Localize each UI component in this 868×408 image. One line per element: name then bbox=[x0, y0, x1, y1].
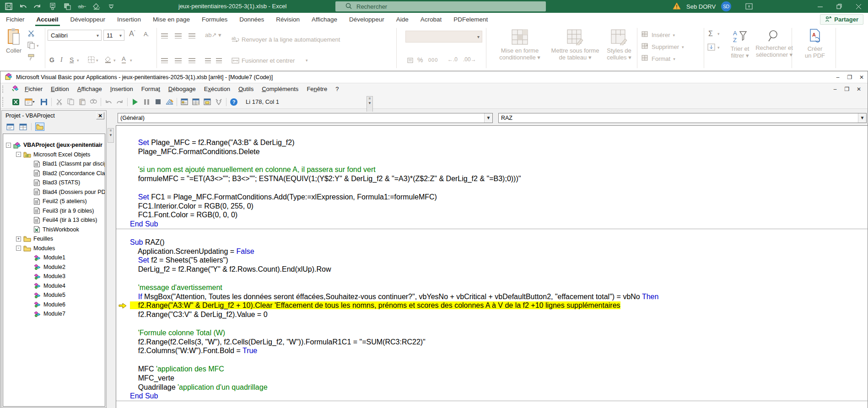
font-color-icon[interactable]: A bbox=[122, 55, 126, 64]
tree-item-blad4-dossiers-pour-pdf[interactable]: Blad4 (Dossiers pour PDF bbox=[3, 188, 105, 197]
tab-affichage[interactable]: Affichage bbox=[306, 13, 343, 26]
tree-item-module1[interactable]: Module1 bbox=[3, 253, 105, 263]
run-icon[interactable] bbox=[131, 98, 139, 106]
project-explorer-icon[interactable] bbox=[180, 98, 189, 106]
insert-button[interactable]: Insérer ▾ bbox=[642, 31, 675, 39]
vba-menu-fichier[interactable]: Fichier bbox=[21, 83, 47, 95]
tree-item-module4[interactable]: Module4 bbox=[3, 281, 105, 291]
code-line[interactable]: DerLig_f2 = f2.Range("Y" & f2.Rows.Count… bbox=[116, 265, 868, 274]
italic-button[interactable]: I bbox=[60, 56, 63, 64]
procedure-dropdown[interactable]: RAZ ▼ bbox=[498, 113, 867, 123]
chevron-down-icon[interactable]: ▼ bbox=[484, 113, 492, 123]
chevron-down-icon[interactable]: ▼ bbox=[858, 113, 866, 123]
borders-icon[interactable] bbox=[88, 56, 95, 65]
tree-item-feuil2-5-ateliers[interactable]: Feuil2 (5 ateliers) bbox=[3, 197, 105, 206]
autosum-icon[interactable]: Σ bbox=[708, 30, 713, 38]
minimize-button[interactable] bbox=[810, 0, 830, 13]
vba-menu-outils[interactable]: Outils bbox=[234, 83, 258, 95]
tree-item-module5[interactable]: Module5 bbox=[3, 290, 105, 300]
tree-item-feuilles[interactable]: +Feuilles bbox=[3, 234, 105, 244]
view-excel-icon[interactable] bbox=[11, 98, 20, 106]
vba-title-bar[interactable]: Microsoft Visual Basic pour Applications… bbox=[0, 71, 868, 83]
code-line[interactable]: formuleMFC = "=ET(A3<>""; B3<>""; ESTNA(… bbox=[116, 174, 868, 183]
design-mode-icon[interactable] bbox=[165, 98, 173, 106]
tab-aide[interactable]: Aide bbox=[390, 13, 415, 26]
tree-item-thisworkbook[interactable]: ThisWorkbook bbox=[3, 225, 105, 235]
print-preview-icon[interactable] bbox=[49, 2, 57, 11]
procedure-separator[interactable] bbox=[116, 229, 868, 238]
account-area[interactable]: Seb DORV SD bbox=[673, 0, 753, 13]
fill-down-icon[interactable] bbox=[707, 43, 715, 53]
code-line[interactable]: MFC_verte bbox=[116, 374, 868, 383]
tab-formules[interactable]: Formules bbox=[196, 13, 233, 26]
increase-decimal-icon[interactable]: ←.0 bbox=[447, 56, 458, 63]
procedure-separator[interactable] bbox=[116, 401, 868, 408]
cell-styles-button[interactable]: Styles de cellules ▾ bbox=[603, 29, 635, 61]
project-panel-header[interactable]: Projet - VBAProject ✕ bbox=[2, 111, 106, 121]
code-line[interactable]: 'Formule colonne Total (W) bbox=[116, 328, 868, 338]
code-line[interactable]: 'si un nom est ajouté manuellement en co… bbox=[116, 165, 868, 174]
tab-données[interactable]: Données bbox=[233, 13, 270, 26]
number-format-combo[interactable]: ▾ bbox=[405, 31, 482, 43]
autosum-dropdown-icon[interactable]: ▾ bbox=[717, 32, 720, 36]
scrollbar-fragment[interactable]: ≡▼ bbox=[108, 128, 114, 143]
find-select-button[interactable]: Rechercher et sélectionner ▾ bbox=[754, 29, 794, 58]
code-line[interactable]: FC1.Interior.Color = RGB(0, 255, 0) bbox=[116, 202, 868, 211]
tree-item-module3[interactable]: Module3 bbox=[3, 272, 105, 281]
close-button[interactable] bbox=[849, 0, 868, 13]
vba-menu-?[interactable]: ? bbox=[331, 83, 343, 95]
search-box[interactable]: Rechercher bbox=[335, 1, 546, 11]
tab-accueil[interactable]: Accueil bbox=[31, 13, 65, 26]
module-minimize-button[interactable]: – bbox=[829, 86, 841, 92]
code-line[interactable]: Plage_MFC.FormatConditions.Delete bbox=[116, 147, 868, 156]
merge-center-label[interactable]: Fusionner et centrer bbox=[242, 57, 295, 64]
tab-pdfelement[interactable]: PDFelement bbox=[447, 13, 494, 26]
collapse-icon[interactable]: - bbox=[6, 143, 11, 148]
format-button[interactable]: Format ▾ bbox=[642, 54, 675, 63]
align-right-icon[interactable] bbox=[189, 58, 195, 63]
code-line[interactable]: Set Plage_MFC = f2.Range("A3:B" & DerLig… bbox=[116, 138, 868, 147]
module-close-button[interactable]: ✕ bbox=[853, 86, 865, 92]
tab-insertion[interactable]: Insertion bbox=[111, 13, 147, 26]
collapse-icon[interactable]: - bbox=[16, 246, 21, 251]
copy-dropdown-icon[interactable]: ▾ bbox=[37, 43, 39, 48]
vba-menu-excution[interactable]: Exécution bbox=[200, 83, 234, 95]
menu-drag-handle[interactable] bbox=[2, 86, 4, 93]
vba-menu-format[interactable]: Format bbox=[137, 83, 164, 95]
toggle-folders-icon[interactable] bbox=[35, 123, 44, 131]
create-pdf-button[interactable]: A Créer un PDF bbox=[800, 29, 830, 59]
tab-développeur[interactable]: Développeur bbox=[65, 13, 112, 26]
fill-color-icon[interactable] bbox=[104, 56, 112, 65]
help-icon[interactable]: ? bbox=[230, 98, 238, 106]
ribbon-display-options-icon[interactable] bbox=[745, 2, 753, 11]
tree-item-feuil4-tir-13-cibles[interactable]: Feuil4 (tir à 13 cibles) bbox=[3, 215, 105, 225]
copy-cells-icon[interactable] bbox=[63, 2, 71, 11]
tree-item-module2[interactable]: Module2 bbox=[3, 263, 105, 272]
scrollbar-fragment[interactable]: ≡▼ bbox=[367, 96, 373, 113]
vba-menu-insertion[interactable]: Insertion bbox=[106, 83, 137, 95]
tab-acrobat[interactable]: Acrobat bbox=[415, 13, 448, 26]
conditional-formatting-button[interactable]: Mise en forme conditionnelle ▾ bbox=[492, 29, 547, 61]
code-line[interactable] bbox=[116, 183, 868, 193]
tree-item-module7[interactable]: Module7 bbox=[3, 309, 105, 319]
code-line[interactable] bbox=[116, 355, 868, 365]
tree-item-vbaproject-jeux-penitentiair[interactable]: -VBAProject (jeux-penitentiair bbox=[3, 140, 105, 150]
cut-icon[interactable] bbox=[55, 98, 63, 106]
font-color-dropdown-icon[interactable]: ▾ bbox=[130, 58, 132, 63]
pause-icon[interactable] bbox=[142, 98, 151, 106]
code-line[interactable]: Set f2 = Sheets("5 ateliers") bbox=[116, 256, 868, 265]
format-as-table-button[interactable]: Mettre sous forme de tableau ▾ bbox=[547, 29, 603, 61]
vba-close-button[interactable]: ✕ bbox=[856, 74, 868, 81]
toolbox-icon[interactable] bbox=[215, 98, 223, 106]
view-object-icon[interactable] bbox=[18, 123, 27, 131]
tree-item-blad2-concordance-clas[interactable]: Blad2 (Concordance Clas bbox=[3, 169, 105, 178]
font-name-combo[interactable]: Calibri▾ bbox=[48, 30, 102, 41]
decrease-decimal-icon[interactable]: .00→ bbox=[463, 56, 476, 63]
merge-dropdown-icon[interactable]: ▾ bbox=[306, 58, 308, 63]
tree-item-blad1-classmt-par-discip[interactable]: Blad1 (Classmt par discip bbox=[3, 159, 105, 169]
format-painter-icon[interactable] bbox=[27, 54, 35, 63]
cut-icon[interactable] bbox=[27, 30, 35, 39]
save-icon[interactable] bbox=[40, 98, 48, 106]
code-line[interactable]: Sub RAZ() bbox=[116, 238, 868, 247]
bold-button[interactable]: G bbox=[49, 56, 54, 64]
